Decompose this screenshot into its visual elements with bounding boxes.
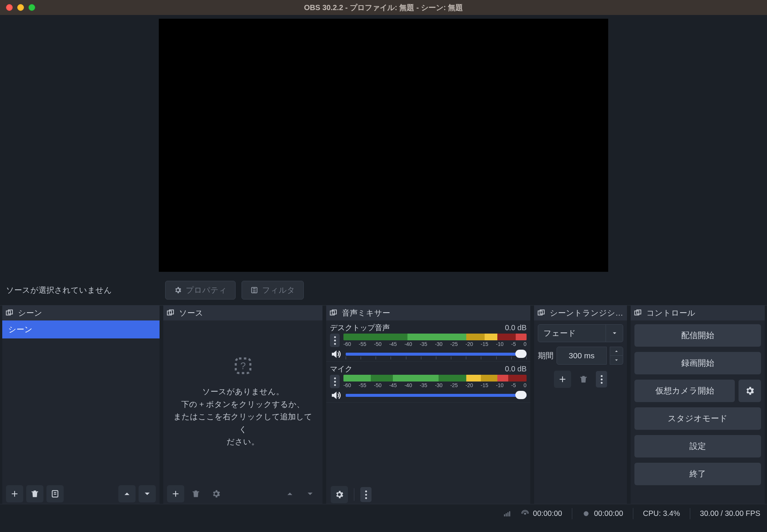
plus-icon (558, 374, 567, 384)
fps-display: 30.00 / 30.00 FPS (700, 509, 760, 518)
stream-time: 00:00:00 (533, 509, 562, 518)
svg-point-24 (584, 511, 589, 516)
mixer-dock-header[interactable]: 音声ミキサー (326, 305, 530, 320)
add-transition-button[interactable] (554, 371, 571, 388)
duration-input[interactable]: 300 ms (557, 347, 607, 365)
status-bar: 00:00:00 00:00:00 CPU: 3.4% 30.00 / 30.0… (0, 504, 767, 523)
source-selection-status: ソースが選択されていません (6, 285, 112, 295)
studio-mode-button[interactable]: スタジオモード (634, 407, 761, 430)
scene-move-down-button[interactable] (139, 485, 156, 502)
meter-ticks: -60-55-50-45-40-35-30-25-20-15-10-50 (343, 341, 527, 347)
mixer-channel-name: デスクトップ音声 (330, 323, 505, 333)
mixer-settings-button[interactable] (331, 486, 348, 503)
dock-icon (329, 309, 337, 317)
virtual-cam-settings-button[interactable] (739, 380, 761, 402)
scenes-dock-header[interactable]: シーン (2, 305, 160, 320)
mixer-channel-menu-button[interactable] (330, 375, 340, 388)
mixer-channel-db: 0.0 dB (505, 365, 527, 373)
mixer-menu-button[interactable] (360, 487, 372, 502)
transition-menu-button[interactable] (596, 371, 607, 387)
filter-icon (250, 286, 258, 294)
volume-slider[interactable] (346, 394, 527, 397)
start-virtual-cam-button[interactable]: 仮想カメラ開始 (634, 380, 735, 402)
mixer-channel-name: マイク (330, 364, 505, 374)
volume-slider[interactable] (346, 353, 527, 356)
network-indicator (503, 510, 511, 518)
svg-rect-22 (509, 511, 510, 516)
scene-move-up-button[interactable] (118, 485, 136, 502)
svg-rect-21 (507, 512, 509, 516)
caret-down-icon (611, 330, 618, 337)
add-source-button[interactable] (167, 485, 184, 502)
settings-button[interactable]: 設定 (634, 435, 761, 457)
sources-empty-state[interactable]: ? ソースがありません。 下の + ボタンをクリックするか、 またはここを右クリ… (163, 320, 322, 484)
remove-source-button[interactable] (187, 485, 204, 502)
remove-scene-button[interactable] (26, 485, 43, 502)
mixer-channel-desktop: デスクトップ音声 0.0 dB -60-55-50-45-40-35-30-25… (326, 320, 530, 362)
sources-dock-header[interactable]: ソース (163, 305, 322, 320)
filter-list-icon (50, 489, 60, 499)
svg-text:?: ? (240, 360, 245, 371)
properties-button[interactable]: プロパティ (165, 281, 236, 300)
svg-rect-20 (506, 513, 507, 516)
start-streaming-button[interactable]: 配信開始 (634, 324, 761, 347)
mixer-channel-db: 0.0 dB (505, 323, 527, 332)
properties-label: プロパティ (186, 285, 227, 295)
preview-canvas[interactable] (159, 19, 608, 272)
transition-select-value: フェード (538, 324, 606, 342)
chevron-down-icon (305, 489, 315, 499)
source-move-down-button[interactable] (301, 485, 319, 502)
slider-knob[interactable] (515, 350, 527, 358)
remove-transition-button[interactable] (575, 371, 592, 388)
scenes-list[interactable]: シーン (2, 320, 160, 484)
cpu-usage: CPU: 3.4% (643, 509, 680, 518)
scene-item[interactable]: シーン (2, 320, 160, 338)
source-move-up-button[interactable] (281, 485, 298, 502)
transitions-dock-header[interactable]: シーントランジシ… (534, 305, 627, 320)
trash-icon (191, 489, 201, 499)
signal-icon (503, 510, 511, 518)
gear-icon (211, 489, 221, 499)
duration-step-down[interactable] (610, 356, 623, 365)
window-title: OBS 30.2.2 - プロファイル: 無題 - シーン: 無題 (0, 3, 767, 13)
record-status: 00:00:00 (582, 509, 623, 518)
meter-ticks: -60-55-50-45-40-35-30-25-20-15-10-50 (343, 382, 527, 388)
chevron-up-icon (614, 349, 619, 354)
transitions-dock: シーントランジシ… フェード 期間 300 ms (534, 305, 627, 504)
empty-line: ソースがありません。 (202, 385, 284, 398)
trash-icon (30, 489, 40, 499)
dock-icon (166, 309, 175, 317)
chevron-up-icon (122, 489, 132, 499)
sources-title: ソース (179, 308, 203, 318)
slider-knob[interactable] (515, 391, 527, 399)
audio-meter (343, 375, 527, 381)
transition-select-caret[interactable] (606, 324, 623, 342)
scene-filter-button[interactable] (46, 485, 64, 502)
plus-icon (171, 489, 181, 499)
source-toolbar: ソースが選択されていません プロパティ フィルタ (0, 275, 767, 305)
chevron-down-icon (142, 489, 152, 499)
broadcast-icon (521, 510, 529, 518)
mixer-channel-mic: マイク 0.0 dB -60-55-50-45-40-35-30-25-2 (326, 362, 530, 403)
transition-select[interactable]: フェード (538, 324, 623, 342)
start-recording-button[interactable]: 録画開始 (634, 352, 761, 374)
empty-line: 下の + ボタンをクリックするか、 (181, 398, 305, 411)
audio-mixer-dock: 音声ミキサー デスクトップ音声 0.0 dB (326, 305, 530, 504)
filters-button[interactable]: フィルタ (242, 281, 304, 300)
gear-icon (174, 286, 182, 294)
mixer-channel-menu-button[interactable] (330, 334, 340, 347)
controls-dock-header[interactable]: コントロール (631, 305, 765, 320)
speaker-icon[interactable] (330, 349, 341, 360)
exit-button[interactable]: 終了 (634, 463, 761, 485)
dock-icon (537, 309, 545, 317)
dock-icon (5, 309, 13, 317)
source-properties-button[interactable] (207, 485, 225, 502)
gear-icon (334, 490, 344, 499)
speaker-icon[interactable] (330, 390, 341, 401)
duration-step-up[interactable] (610, 347, 623, 356)
preview-area (0, 15, 767, 275)
duration-label: 期間 (538, 350, 554, 361)
transitions-title: シーントランジシ… (550, 308, 623, 318)
plus-icon (10, 489, 19, 499)
add-scene-button[interactable] (6, 485, 23, 502)
